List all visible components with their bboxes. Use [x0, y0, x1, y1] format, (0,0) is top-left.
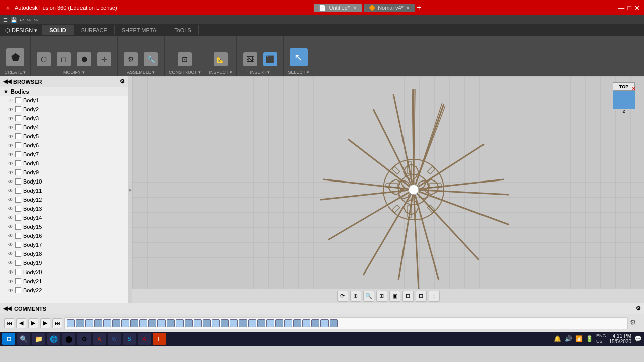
visibility-icon[interactable]: 👁	[8, 152, 13, 157]
visibility-icon[interactable]: 👁	[8, 197, 13, 203]
browser-options-icon[interactable]: ⚙	[120, 78, 125, 85]
viewport-tool-orbit[interactable]: ⟳	[337, 291, 348, 302]
modify-label[interactable]: MODIFY ▾	[63, 70, 85, 75]
taskbar-file-explorer[interactable]: 📁	[32, 333, 45, 345]
timeline-item[interactable]	[311, 319, 319, 327]
timeline-item[interactable]	[239, 319, 247, 327]
timeline-item[interactable]	[139, 319, 147, 327]
timeline-item[interactable]	[130, 319, 138, 327]
create-label[interactable]: CREATE ▾	[5, 70, 26, 75]
list-item[interactable]: 👁 Body7	[0, 150, 128, 159]
timeline-item[interactable]	[320, 319, 329, 327]
visibility-icon[interactable]: 👁	[8, 251, 13, 257]
select-label[interactable]: SELECT ▾	[288, 70, 309, 75]
viewport-tool-pan[interactable]: ⊕	[350, 291, 361, 302]
visibility-icon[interactable]: 👁	[8, 188, 13, 194]
visibility-icon[interactable]: 👁	[8, 179, 13, 185]
timeline-item[interactable]	[112, 319, 120, 327]
assemble-label[interactable]: ASSEMBLE ▾	[127, 70, 155, 75]
taskbar-settings[interactable]: ⚙	[77, 333, 91, 345]
taskbar-autocad[interactable]: A	[93, 333, 106, 345]
list-item[interactable]: 👁 Body2	[0, 105, 128, 114]
list-item[interactable]: 👁 Body3	[0, 114, 128, 123]
list-item[interactable]: 👁 Body9	[0, 168, 128, 177]
list-item[interactable]: 👁 Body10	[0, 177, 128, 186]
insert-btn2[interactable]: ⬛	[261, 51, 279, 68]
timeline-item[interactable]	[266, 319, 274, 327]
comments-options-icon[interactable]: ⚙	[636, 305, 641, 312]
visibility-icon[interactable]: 👁	[8, 279, 13, 284]
viewport-tool-zoom-fit[interactable]: ⊞	[376, 291, 387, 302]
tab-tools[interactable]: ToOLS	[167, 25, 199, 35]
visibility-icon[interactable]: 👁	[8, 116, 13, 121]
construct-btn1[interactable]: ⊡	[176, 51, 194, 68]
timeline-item[interactable]	[76, 319, 84, 327]
timeline-rewind-start[interactable]: ⏮	[4, 318, 14, 328]
redo2-button[interactable]: ↪	[34, 17, 38, 23]
visibility-icon[interactable]: 👁	[8, 107, 13, 112]
viewport-tool-zoom[interactable]: 🔍	[363, 291, 374, 302]
volume-icon[interactable]: 🔊	[565, 335, 572, 342]
timeline-item[interactable]	[121, 319, 129, 327]
timeline-play[interactable]: ▶	[28, 318, 38, 328]
timeline-item[interactable]	[212, 319, 220, 327]
taskbar-chrome[interactable]: ⬤	[62, 333, 75, 345]
app-menu-button[interactable]: ☰	[3, 17, 8, 23]
tab-solid[interactable]: SOLID	[42, 25, 74, 35]
timeline-item[interactable]	[284, 319, 292, 327]
timeline-item[interactable]	[248, 319, 256, 327]
list-item[interactable]: 👁 Body6	[0, 141, 128, 150]
timeline-item[interactable]	[221, 319, 229, 327]
list-item[interactable]: 👁 Body21	[0, 277, 128, 286]
visibility-icon[interactable]: 👁	[8, 98, 13, 103]
assemble-btn2[interactable]: 🔧	[142, 51, 160, 68]
viewport[interactable]: ✕ TOP 2 ⟳ ⊕ 🔍 ⊞ ▣ ⊟ ⊞ ⋮	[132, 76, 644, 303]
modify-btn1[interactable]: ⬡	[35, 51, 53, 68]
inspect-btn1[interactable]: 📐	[212, 51, 230, 68]
start-button[interactable]: ⊞	[2, 333, 15, 345]
timeline-settings-button[interactable]: ⚙	[630, 318, 640, 328]
visibility-icon[interactable]: 👁	[8, 143, 13, 148]
timeline-item[interactable]	[94, 319, 102, 327]
create-main-button[interactable]: ⬟	[4, 47, 26, 68]
taskbar-word[interactable]: W	[108, 333, 121, 345]
visibility-icon[interactable]: 👁	[8, 161, 13, 166]
timeline-item[interactable]	[167, 319, 175, 327]
select-btn1[interactable]: ↖	[288, 47, 310, 68]
taskbar-skype[interactable]: S	[123, 333, 136, 345]
assemble-btn1[interactable]: ⚙	[122, 51, 140, 68]
timeline-item[interactable]	[148, 319, 156, 327]
visibility-icon[interactable]: 👁	[8, 288, 13, 293]
visibility-icon[interactable]: 👁	[8, 170, 13, 175]
tab-untitled[interactable]: 📄 Untitled* ✕	[314, 4, 362, 12]
timeline-item[interactable]	[302, 319, 310, 327]
taskbar-edge[interactable]: 🌐	[47, 333, 60, 345]
viewport-tool-more[interactable]: ⋮	[429, 291, 440, 302]
visibility-icon[interactable]: 👁	[8, 215, 13, 221]
timeline-item[interactable]	[275, 319, 283, 327]
tab-sheet-metal[interactable]: SHEET METAL	[115, 25, 167, 35]
visibility-icon[interactable]: 👁	[8, 206, 13, 212]
tab-surface[interactable]: SURFACE	[74, 25, 115, 35]
timeline-item[interactable]	[203, 319, 211, 327]
visibility-icon[interactable]: 👁	[8, 269, 13, 275]
list-item[interactable]: 👁 Body13	[0, 204, 128, 213]
taskbar-acrobat[interactable]: A	[138, 333, 151, 345]
browser-collapse-handle[interactable]: ▶	[128, 76, 132, 303]
list-item[interactable]: 👁 Body14	[0, 213, 128, 222]
viewport-tool-display3[interactable]: ⊞	[416, 291, 427, 302]
timeline-item[interactable]	[330, 319, 338, 327]
timeline-item[interactable]	[194, 319, 202, 327]
viewport-cube-navigator[interactable]: ✕ TOP 2	[609, 81, 639, 117]
nomai-close-icon[interactable]: ✕	[406, 5, 410, 11]
browser-back-icon[interactable]: ◀◀	[3, 78, 11, 85]
timeline-item[interactable]	[176, 319, 184, 327]
timeline-item[interactable]	[293, 319, 301, 327]
timeline-item[interactable]	[103, 319, 111, 327]
list-item[interactable]: 👁 Body12	[0, 195, 128, 204]
visibility-icon[interactable]: 👁	[8, 125, 13, 130]
list-item[interactable]: 👁 Body20	[0, 267, 128, 277]
redo-button[interactable]: ↪	[27, 17, 31, 23]
timeline-item[interactable]	[230, 319, 238, 327]
visibility-icon[interactable]: 👁	[8, 134, 13, 139]
